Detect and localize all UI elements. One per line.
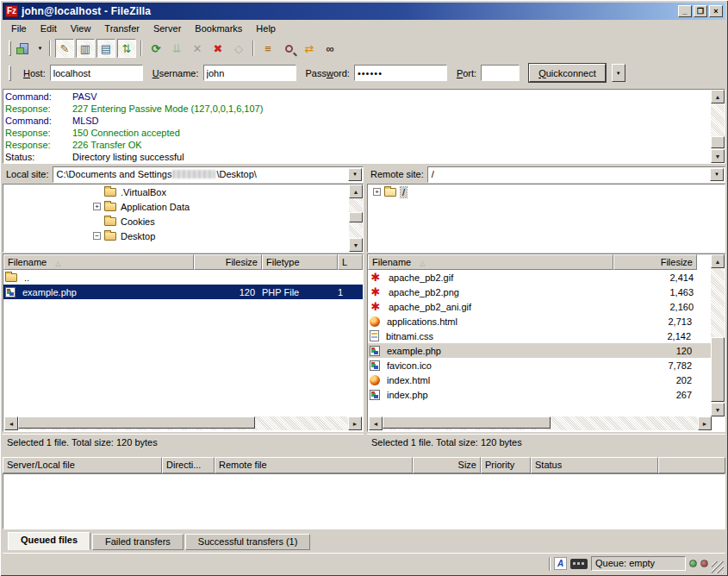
remote-row[interactable]: bitnami.css2,142 — [368, 329, 725, 343]
encryption-indicator-icon[interactable] — [570, 559, 588, 569]
remote-hscrollbar-thumb[interactable] — [383, 416, 551, 429]
toggle-remote-tree-button[interactable]: ▤ — [96, 39, 115, 58]
scroll-down-icon[interactable]: ▼ — [349, 238, 363, 252]
remote-row[interactable]: ✱apache_pb2_ani.gif2,160 — [368, 299, 725, 314]
scroll-left-icon[interactable]: ◄ — [369, 416, 383, 430]
menu-help[interactable]: Help — [249, 22, 283, 35]
tree-item-root[interactable]: +/ — [368, 185, 725, 199]
process-queue-button[interactable]: ⇊ — [167, 39, 186, 58]
tree-item-desktop[interactable]: −Desktop — [3, 229, 363, 243]
log-line: Response:150 Connection accepted — [5, 127, 723, 139]
menu-server[interactable]: Server — [146, 22, 188, 35]
log-line: Response:227 Entering Passive Mode (127,… — [5, 103, 723, 115]
scroll-up-icon[interactable]: ▲ — [711, 254, 725, 268]
column-header-filetype[interactable]: Filetype — [262, 254, 338, 270]
collapse-minus-icon[interactable]: − — [93, 232, 101, 240]
toggle-local-tree-button[interactable]: ▥ — [76, 39, 95, 58]
quickconnect-button[interactable]: Quickconnect — [529, 64, 606, 82]
column-header-lastmodified[interactable]: L — [338, 254, 363, 270]
quickconnect-dropdown[interactable]: ▼ — [612, 64, 625, 82]
remote-vscrollbar-thumb[interactable] — [711, 337, 725, 402]
scroll-down-icon[interactable]: ▼ — [711, 403, 725, 416]
column-header-priority[interactable]: Priority — [481, 457, 531, 473]
tree-item-cookies[interactable]: Cookies — [3, 214, 363, 229]
maximize-button[interactable]: ❐ — [694, 5, 707, 17]
find-files-button[interactable]: ∞ — [320, 39, 339, 58]
remote-site-combo-dropdown[interactable]: ▼ — [710, 168, 724, 181]
scroll-up-icon[interactable]: ▲ — [349, 185, 363, 198]
transfer-type-indicator-icon[interactable]: A — [554, 557, 567, 570]
password-input[interactable] — [354, 65, 447, 81]
column-header-server-local-file[interactable]: Server/Local file — [3, 457, 162, 473]
quickbar-grip[interactable] — [9, 66, 11, 81]
username-input[interactable] — [203, 65, 296, 81]
remote-row[interactable]: ✱apache_pb2.png1,463 — [368, 285, 725, 299]
tree-item-virtualbox[interactable]: .VirtualBox — [3, 185, 363, 199]
close-button[interactable]: × — [709, 5, 723, 17]
menu-file[interactable]: File — [4, 22, 34, 35]
column-header-filesize[interactable]: Filesize — [613, 254, 697, 270]
local-tree-scrollbar[interactable]: ▲ ▼ — [349, 185, 363, 252]
directory-comparison-button[interactable] — [279, 39, 298, 58]
remote-site-combo[interactable]: / ▼ — [427, 166, 725, 183]
local-site-combo[interactable]: C:\Documents and Settings\Desktop\ ▼ — [53, 166, 364, 183]
expand-plus-icon[interactable]: + — [93, 203, 101, 210]
minimize-button[interactable]: _ — [678, 5, 692, 17]
column-header-filename[interactable]: Filename△ — [3, 254, 194, 270]
toggle-transfer-queue-button[interactable]: ⇅ — [117, 39, 136, 58]
menu-transfer[interactable]: Transfer — [97, 22, 146, 35]
log-scrollbar-thumb[interactable] — [711, 136, 725, 148]
scroll-right-icon[interactable]: ► — [348, 416, 362, 430]
menu-edit[interactable]: Edit — [34, 22, 64, 35]
synchronized-browsing-button[interactable]: ⇄ — [300, 39, 319, 58]
remote-row[interactable]: applications.html2,713 — [368, 314, 725, 329]
cancel-operation-button[interactable]: ✕ — [188, 39, 207, 58]
site-manager-dropdown[interactable]: ▼ — [34, 40, 46, 57]
menu-bookmarks[interactable]: Bookmarks — [188, 22, 249, 35]
tree-item-application-data[interactable]: +Application Data — [3, 199, 363, 214]
tab-failed-transfers[interactable]: Failed transfers — [92, 534, 184, 550]
local-tree-scrollbar-thumb[interactable] — [349, 212, 363, 222]
remote-row[interactable]: ✱apache_pb2.gif2,414 — [368, 270, 725, 285]
toggle-message-log-button[interactable]: ✎ — [55, 39, 74, 58]
local-row-parent-dir[interactable]: .. — [3, 270, 363, 285]
scroll-right-icon[interactable]: ► — [698, 416, 712, 430]
remote-row[interactable]: index.html202 — [368, 373, 725, 387]
queue-list[interactable] — [3, 473, 725, 529]
scroll-up-icon[interactable]: ▲ — [711, 90, 725, 103]
local-hscrollbar-thumb[interactable] — [18, 416, 255, 429]
expand-plus-icon[interactable]: + — [373, 188, 381, 196]
scroll-down-icon[interactable]: ▼ — [711, 149, 725, 163]
directory-filters-button[interactable]: ≡ — [258, 39, 277, 58]
column-header-size[interactable]: Size — [413, 457, 481, 473]
reconnect-button[interactable]: ◇ — [229, 39, 248, 58]
column-header-status[interactable]: Status — [531, 457, 658, 473]
port-input[interactable] — [481, 65, 520, 81]
window-title: john@localhost - FileZilla — [22, 5, 676, 17]
column-header-filename[interactable]: Filename△ — [368, 254, 613, 270]
title-bar[interactable]: Fz john@localhost - FileZilla _ ❐ × — [3, 3, 725, 20]
tab-queued-files[interactable]: Queued files — [8, 532, 90, 550]
toolbar-grip[interactable] — [9, 41, 11, 56]
menu-view[interactable]: View — [64, 22, 98, 35]
tab-successful-transfers[interactable]: Successful transfers (1) — [185, 534, 311, 550]
site-manager-button[interactable] — [15, 39, 34, 58]
host-input[interactable] — [50, 65, 143, 81]
remote-hscrollbar[interactable]: ◄ ► — [369, 416, 712, 430]
filezilla-app-icon[interactable]: Fz — [5, 5, 18, 17]
remote-row[interactable]: index.php267 — [368, 387, 725, 402]
refresh-button[interactable]: ⟳ — [146, 39, 165, 58]
remote-row[interactable]: favicon.ico7,782 — [368, 358, 725, 373]
remote-row-selected[interactable]: example.php120 — [368, 343, 725, 358]
scroll-left-icon[interactable]: ◄ — [4, 416, 18, 430]
local-hscrollbar[interactable]: ◄ ► — [4, 416, 362, 430]
remote-vscrollbar[interactable]: ▲ ▼ — [711, 254, 725, 416]
column-header-direction[interactable]: Directi... — [162, 457, 215, 473]
resize-grip[interactable] — [712, 561, 724, 573]
local-site-combo-dropdown[interactable]: ▼ — [348, 168, 362, 181]
local-row-example-php[interactable]: example.php 120 PHP File 1 — [3, 285, 363, 299]
disconnect-button[interactable]: ✖ — [208, 39, 227, 58]
column-header-remote-file[interactable]: Remote file — [215, 457, 413, 473]
log-scrollbar[interactable]: ▲ ▼ — [711, 90, 725, 163]
column-header-filesize[interactable]: Filesize — [194, 254, 262, 270]
